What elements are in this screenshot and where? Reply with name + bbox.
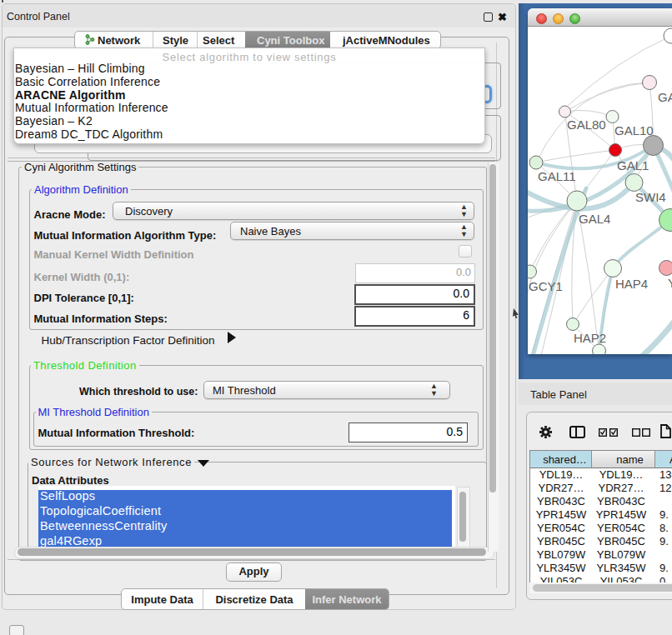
- svg-text:SWI4: SWI4: [635, 190, 666, 204]
- svg-text:GAL1: GAL1: [617, 158, 649, 172]
- svg-text:HAP4: HAP4: [615, 277, 648, 291]
- svg-text:GAL4: GAL4: [579, 212, 610, 226]
- svg-text:GAL80: GAL80: [567, 118, 606, 132]
- svg-text:Y: Y: [668, 276, 672, 290]
- svg-text:GAL10: GAL10: [614, 123, 654, 138]
- svg-text:GAL11: GAL11: [538, 169, 576, 183]
- svg-text:GAL: GAL: [658, 90, 672, 104]
- svg-text:HAP2: HAP2: [574, 331, 606, 345]
- svg-text:GCY1: GCY1: [529, 279, 563, 293]
